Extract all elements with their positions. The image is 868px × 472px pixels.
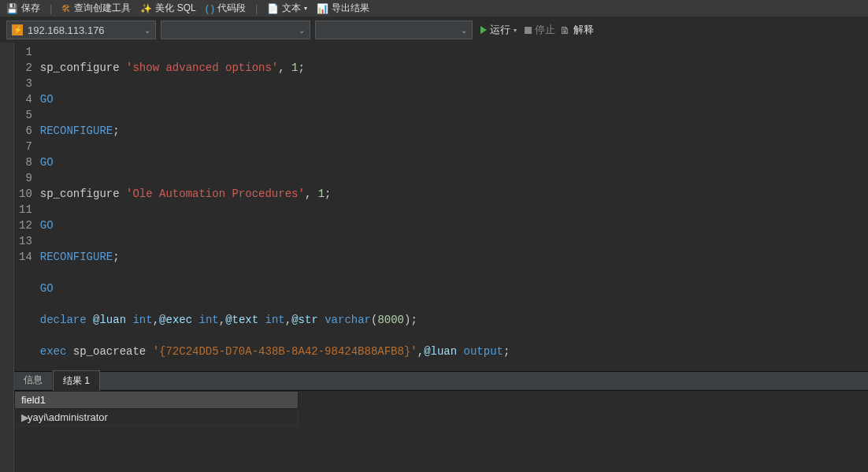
host-select[interactable]: ⚡ 192.168.113.176 ⌄ [6, 20, 156, 39]
run-button[interactable]: 运行 ▾ [477, 23, 520, 37]
stop-icon [525, 27, 532, 34]
results-panel: 信息 结果 1 field1 ▶yayi\administrator [14, 371, 868, 472]
chevron-down-icon: ▾ [304, 5, 307, 12]
explain-label: 解释 [573, 23, 594, 37]
snippet-icon: ( ) [206, 3, 214, 14]
host-icon: ⚡ [12, 24, 23, 35]
document-icon: 📄 [267, 3, 279, 14]
chevron-down-icon: ▾ [514, 27, 517, 34]
save-button[interactable]: 💾 保存 [6, 2, 40, 15]
explain-icon: 🗎 [560, 24, 570, 36]
stop-label: 停止 [535, 23, 555, 37]
beautify-label: 美化 SQL [155, 2, 195, 15]
save-icon: 💾 [6, 3, 18, 14]
top-toolbar: 💾 保存 | 🛠 查询创建工具 ✨ 美化 SQL ( ) 代码段 | 📄 文本 … [0, 0, 868, 17]
text-label: 文本 [282, 2, 301, 15]
table-header-row: field1 [15, 392, 299, 409]
separator: | [255, 2, 258, 14]
export-label: 导出结果 [332, 2, 369, 15]
snippet-label: 代码段 [217, 2, 246, 15]
schema-select[interactable]: ⌄ [315, 20, 473, 39]
result-grid[interactable]: field1 ▶yayi\administrator [14, 391, 868, 472]
cell-value: yayi\administrator [28, 411, 108, 423]
export-icon: 📊 [317, 3, 328, 14]
row-marker-icon: ▶ [21, 411, 26, 423]
tab-info[interactable]: 信息 [14, 370, 53, 390]
query-builder-label: 查询创建工具 [74, 2, 131, 15]
editor-wrap: 1 2 3 4 5 6 7 8 9 10 11 12 13 14 sp_conf… [14, 43, 868, 472]
stop-button: 停止 [525, 23, 555, 37]
database-select[interactable]: ⌄ [161, 20, 310, 39]
text-button[interactable]: 📄 文本 ▾ [267, 2, 307, 15]
left-gutter [0, 43, 14, 472]
explain-button[interactable]: 🗎 解释 [560, 23, 594, 37]
beautify-sql-button[interactable]: ✨ 美化 SQL [140, 2, 195, 15]
tool-icon: 🛠 [61, 3, 71, 14]
snippet-button[interactable]: ( ) 代码段 [206, 2, 246, 15]
run-label: 运行 [490, 23, 510, 37]
play-icon [480, 26, 487, 34]
column-header[interactable]: field1 [15, 392, 299, 409]
chevron-down-icon: ⌄ [461, 26, 467, 35]
code-content: sp_configure 'show advanced options', 1;… [40, 43, 610, 371]
connection-bar: ⚡ 192.168.113.176 ⌄ ⌄ ⌄ 运行 ▾ 停止 🗎 解释 [0, 17, 868, 43]
host-value: 192.168.113.176 [28, 24, 105, 36]
wand-icon: ✨ [140, 3, 152, 14]
query-builder-button[interactable]: 🛠 查询创建工具 [61, 2, 131, 15]
tab-result-1[interactable]: 结果 1 [53, 370, 100, 391]
save-label: 保存 [21, 2, 40, 15]
table-row[interactable]: ▶yayi\administrator [15, 409, 299, 426]
separator: | [50, 2, 52, 14]
export-button[interactable]: 📊 导出结果 [317, 2, 369, 15]
chevron-down-icon: ⌄ [144, 26, 150, 35]
main-area: 1 2 3 4 5 6 7 8 9 10 11 12 13 14 sp_conf… [0, 43, 868, 472]
result-tabs: 信息 结果 1 [14, 372, 868, 391]
line-numbers: 1 2 3 4 5 6 7 8 9 10 11 12 13 14 [14, 43, 40, 371]
chevron-down-icon: ⌄ [299, 26, 305, 35]
sql-editor[interactable]: 1 2 3 4 5 6 7 8 9 10 11 12 13 14 sp_conf… [14, 43, 868, 371]
